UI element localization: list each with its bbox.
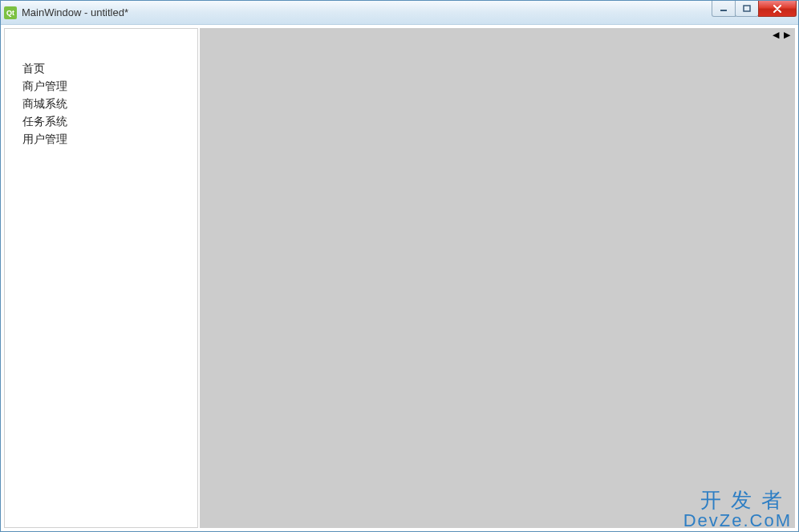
main-window: Qt MainWindow - untitled* 首页 商户管理 商城系统 任…: [0, 0, 799, 532]
window-controls: [712, 1, 797, 17]
sidebar-tree[interactable]: 首页 商户管理 商城系统 任务系统 用户管理: [4, 28, 198, 528]
form-designer-canvas[interactable]: ◀ ▶: [200, 28, 795, 528]
svg-rect-0: [720, 10, 727, 11]
close-button[interactable]: [758, 1, 797, 17]
svg-rect-1: [744, 6, 750, 11]
client-area: 首页 商户管理 商城系统 任务系统 用户管理 ◀ ▶: [1, 25, 798, 531]
qt-app-icon: Qt: [4, 6, 17, 19]
tree-item-home[interactable]: 首页: [22, 59, 197, 77]
tree-item-user[interactable]: 用户管理: [22, 130, 197, 148]
window-title: MainWindow - untitled*: [22, 6, 128, 18]
tab-left-arrow-icon[interactable]: ◀: [773, 30, 781, 39]
maximize-button[interactable]: [735, 1, 759, 17]
tree-item-task[interactable]: 任务系统: [22, 112, 197, 130]
titlebar[interactable]: Qt MainWindow - untitled*: [1, 1, 798, 25]
tab-right-arrow-icon[interactable]: ▶: [784, 30, 792, 39]
tree-item-mall[interactable]: 商城系统: [22, 95, 197, 112]
minimize-button[interactable]: [712, 1, 736, 17]
tab-nav-arrows: ◀ ▶: [773, 30, 792, 39]
tree-item-merchant[interactable]: 商户管理: [22, 77, 197, 95]
